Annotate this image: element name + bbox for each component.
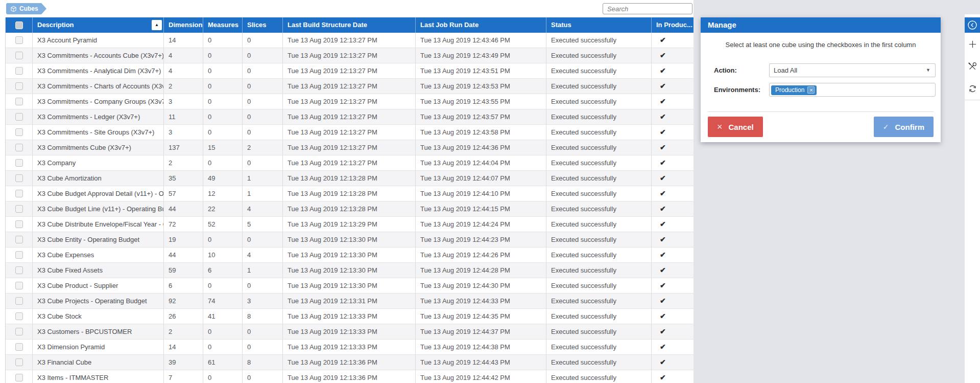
row-checkbox[interactable]: [15, 174, 23, 182]
table-row[interactable]: X3 Commitments - Accounts Cube (X3v7+)40…: [6, 48, 694, 63]
cell-slices: 1: [243, 263, 283, 278]
table-row[interactable]: X3 Commitments - Site Groups (X3v7+)300T…: [6, 125, 694, 140]
row-checkbox[interactable]: [15, 52, 23, 59]
cell-in-production: ✔: [652, 294, 694, 309]
chip-remove-icon[interactable]: ×: [807, 86, 815, 94]
row-checkbox[interactable]: [15, 266, 23, 274]
table-row[interactable]: X3 Items - ITMMASTER700Tue 13 Aug 2019 1…: [6, 370, 694, 383]
row-select-cell: [6, 125, 33, 140]
cell-dimensions: 2: [164, 324, 203, 340]
row-checkbox[interactable]: [15, 144, 23, 151]
cell-last-build-date: Tue 13 Aug 2019 12:13:30 PM: [283, 247, 416, 263]
table-row[interactable]: X3 Cube Expenses44104Tue 13 Aug 2019 12:…: [6, 247, 694, 263]
column-header-last-job[interactable]: Last Job Run Date: [416, 17, 546, 33]
table-row[interactable]: X3 Company200Tue 13 Aug 2019 12:13:27 PM…: [6, 155, 694, 171]
table-row[interactable]: X3 Cube Projects - Operating Budget92743…: [6, 294, 694, 309]
row-checkbox[interactable]: [15, 205, 23, 213]
table-row[interactable]: X3 Financial Cube39618Tue 13 Aug 2019 12…: [6, 355, 694, 370]
table-row[interactable]: X3 Cube Budget Approval Detail (v11+) - …: [6, 186, 694, 201]
row-checkbox[interactable]: [15, 358, 23, 366]
action-selected-value: Load All: [774, 66, 797, 74]
confirm-button[interactable]: ✓ Confirm: [874, 117, 934, 137]
table-row[interactable]: X3 Commitments - Charts of Accounts (X3v…: [6, 79, 694, 94]
column-header-label: Description: [37, 17, 74, 33]
column-header-description[interactable]: Description ▲: [33, 17, 164, 33]
cell-measures: 0: [203, 109, 243, 125]
row-checkbox[interactable]: [15, 190, 23, 197]
table-row[interactable]: X3 Commitments - Company Groups (X3v7+)3…: [6, 94, 694, 109]
cell-last-build-date: Tue 13 Aug 2019 12:13:27 PM: [283, 33, 416, 48]
in-production-check-icon: ✔: [656, 159, 666, 167]
select-all-checkbox[interactable]: [15, 21, 23, 29]
column-header-in-production[interactable]: In Produc...: [652, 17, 694, 33]
table-row[interactable]: X3 Cube Amortization35491Tue 13 Aug 2019…: [6, 171, 694, 186]
cell-in-production: ✔: [652, 370, 694, 383]
refresh-icon: [968, 84, 977, 94]
in-production-check-icon: ✔: [656, 51, 666, 59]
table-row[interactable]: X3 Commitments Cube (X3v7+)137152Tue 13 …: [6, 140, 694, 155]
row-checkbox[interactable]: [15, 328, 23, 335]
row-checkbox[interactable]: [15, 36, 23, 44]
search-input[interactable]: [603, 3, 692, 14]
row-checkbox[interactable]: [15, 159, 23, 167]
row-checkbox[interactable]: [15, 98, 23, 105]
column-header-select: [6, 17, 33, 33]
top-bar: Cubes: [0, 0, 694, 17]
cell-last-build-date: Tue 13 Aug 2019 12:13:29 PM: [283, 217, 416, 232]
table-row[interactable]: X3 Dimension Pyramid1400Tue 13 Aug 2019 …: [6, 340, 694, 355]
cancel-button[interactable]: × Cancel: [708, 117, 763, 137]
table-body: X3 Account Pyramid1400Tue 13 Aug 2019 12…: [6, 33, 694, 383]
cell-description: X3 Cube Projects - Operating Budget: [33, 294, 164, 309]
table-row[interactable]: X3 Commitments - Ledger (X3v7+)1100Tue 1…: [6, 109, 694, 125]
cell-slices: 0: [243, 370, 283, 383]
cell-description: X3 Commitments - Company Groups (X3v7+): [33, 94, 164, 109]
row-checkbox[interactable]: [15, 297, 23, 305]
row-checkbox[interactable]: [15, 82, 23, 90]
column-header-measures[interactable]: Measures: [203, 17, 243, 33]
row-checkbox[interactable]: [15, 312, 23, 320]
row-checkbox[interactable]: [15, 343, 23, 351]
sort-ascending-icon[interactable]: ▲: [152, 20, 162, 30]
cell-slices: 0: [243, 155, 283, 171]
table-row[interactable]: X3 Cube Budget Line (v11+) - Operating B…: [6, 201, 694, 217]
column-header-last-build[interactable]: Last Build Structure Date: [283, 17, 416, 33]
cell-status: Executed successfully: [546, 217, 652, 232]
collapse-panel-button[interactable]: [965, 17, 980, 33]
row-checkbox[interactable]: [15, 220, 23, 228]
environments-field[interactable]: Production ×: [769, 83, 936, 97]
table-row[interactable]: X3 Cube Product - Supplier600Tue 13 Aug …: [6, 278, 694, 294]
row-checkbox[interactable]: [15, 113, 23, 121]
cell-description: X3 Financial Cube: [33, 355, 164, 370]
panel-title: Manage: [708, 20, 736, 29]
add-button[interactable]: [965, 33, 980, 55]
table-row[interactable]: X3 Commitments - Analytical Dim (X3v7+)4…: [6, 63, 694, 79]
column-header-status[interactable]: Status: [546, 17, 652, 33]
cell-last-build-date: Tue 13 Aug 2019 12:13:30 PM: [283, 263, 416, 278]
row-checkbox[interactable]: [15, 236, 23, 243]
row-checkbox[interactable]: [15, 282, 23, 289]
row-checkbox[interactable]: [15, 67, 23, 75]
table-row[interactable]: X3 Cube Fixed Assets5961Tue 13 Aug 2019 …: [6, 263, 694, 278]
environment-chip-label: Production: [775, 86, 804, 94]
column-header-dimensions[interactable]: Dimensions: [164, 17, 203, 33]
table-row[interactable]: X3 Customers - BPCUSTOMER200Tue 13 Aug 2…: [6, 324, 694, 340]
row-checkbox[interactable]: [15, 374, 23, 381]
cubes-tab[interactable]: Cubes: [6, 3, 41, 14]
table-row[interactable]: X3 Cube Entity - Operating Budget1900Tue…: [6, 232, 694, 247]
column-header-slices[interactable]: Slices: [243, 17, 283, 33]
cell-measures: 0: [203, 33, 243, 48]
table-row[interactable]: X3 Account Pyramid1400Tue 13 Aug 2019 12…: [6, 33, 694, 48]
row-checkbox[interactable]: [15, 251, 23, 259]
row-checkbox[interactable]: [15, 128, 23, 136]
table-row[interactable]: X3 Cube Distribute Envelope/Fiscal Year …: [6, 217, 694, 232]
cell-dimensions: 137: [164, 140, 203, 155]
action-select[interactable]: Load All ▼: [769, 63, 936, 77]
tools-button[interactable]: [965, 55, 980, 78]
cell-status: Executed successfully: [546, 355, 652, 370]
in-production-check-icon: ✔: [656, 128, 666, 136]
refresh-button[interactable]: [965, 78, 980, 100]
cell-last-job-date: Tue 13 Aug 2019 12:44:10 PM: [416, 186, 546, 201]
cell-dimensions: 3: [164, 125, 203, 140]
table-row[interactable]: X3 Cube Stock26418Tue 13 Aug 2019 12:13:…: [6, 309, 694, 324]
environments-label: Environments:: [714, 83, 760, 97]
